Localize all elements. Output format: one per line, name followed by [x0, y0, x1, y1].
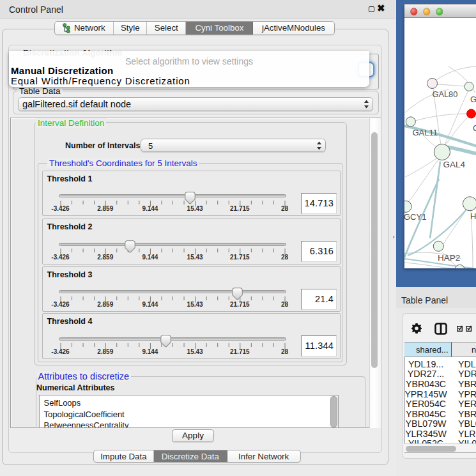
svg-text:G: G [470, 95, 476, 104]
svg-text:GCY1: GCY1 [404, 212, 426, 222]
svg-text:HAP2: HAP2 [438, 253, 460, 263]
svg-text:C: C [473, 123, 476, 133]
svg-text:H: H [470, 211, 476, 221]
svg-text:GAL11: GAL11 [412, 128, 438, 137]
svg-text:GAL80: GAL80 [432, 89, 457, 99]
svg-text:GAL4: GAL4 [443, 160, 465, 169]
